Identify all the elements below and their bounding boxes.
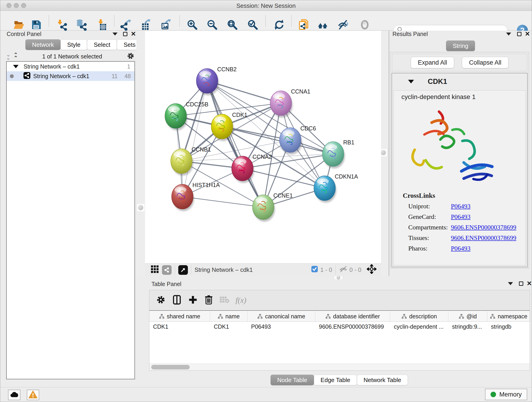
network-node[interactable]: CDC6 — [279, 125, 316, 154]
table-panel-menu-icon[interactable] — [507, 280, 514, 287]
table-cell[interactable]: stringdb:9... — [448, 322, 487, 332]
crosslink-link[interactable]: P06493 — [451, 245, 471, 252]
grid-view-icon[interactable] — [151, 265, 159, 275]
table-scrollbar-thumb[interactable] — [151, 365, 190, 370]
network-node[interactable]: CDKN1A — [314, 173, 358, 203]
tab-string[interactable]: String — [446, 41, 475, 51]
open-session-button[interactable] — [13, 19, 25, 31]
delete-table-icon[interactable] — [220, 296, 230, 305]
delete-column-trash-icon[interactable] — [204, 295, 214, 306]
export-table-button[interactable] — [140, 19, 152, 31]
open-in-viewer-icon[interactable] — [178, 265, 188, 275]
expand-all-button[interactable]: Expand All — [411, 57, 454, 68]
warning-status-button[interactable] — [27, 390, 39, 400]
network-share-icon[interactable] — [162, 265, 172, 275]
import-table-button[interactable] — [95, 19, 107, 31]
network-node[interactable]: CCNB1 — [171, 146, 211, 176]
network-options-gear-icon[interactable] — [127, 52, 135, 61]
network-edge[interactable] — [207, 81, 263, 207]
table-panel-float-icon[interactable] — [518, 280, 525, 287]
export-image-button[interactable] — [160, 19, 172, 31]
gene-section-header[interactable]: CDK1 — [392, 73, 527, 90]
zoom-out-button[interactable] — [206, 19, 218, 31]
first-neighbors-button[interactable] — [317, 19, 329, 31]
tab-style[interactable]: Style — [60, 39, 87, 50]
table-cell[interactable]: cyclin-dependent ... — [390, 322, 448, 332]
network-view-title: String Network – cdk1 — [195, 266, 253, 274]
table-panel-close-icon[interactable]: ✕ — [526, 280, 532, 287]
table-cell[interactable]: stringdb — [487, 322, 530, 332]
table-settings-gear-icon[interactable] — [156, 295, 166, 306]
network-collection-row[interactable]: String Network – cdk1 1 — [7, 62, 134, 71]
collection-expand-icon[interactable] — [13, 65, 19, 68]
table-horizontal-scrollbar[interactable] — [149, 364, 530, 370]
left-splitter-handle[interactable] — [136, 203, 145, 212]
results-panel-menu-icon[interactable] — [505, 31, 512, 37]
duplicate-network-button[interactable] — [298, 19, 310, 31]
import-network-button[interactable] — [56, 19, 68, 31]
column-header[interactable]: @id — [448, 311, 487, 322]
table-cell[interactable]: 9606.ENSP00000378699 — [315, 322, 390, 332]
crosslink-link[interactable]: 9606.ENSP00000378699 — [451, 234, 516, 242]
show-columns-icon[interactable] — [172, 295, 182, 306]
tab-node-table[interactable]: Node Table — [271, 375, 314, 385]
crosslink-link[interactable]: 9606.ENSP00000378699 — [451, 224, 516, 231]
zoom-fit-button[interactable] — [226, 19, 238, 31]
pan-move-icon[interactable] — [367, 264, 376, 275]
cloud-status-button[interactable] — [8, 390, 20, 400]
column-header[interactable]: namespace — [487, 311, 530, 322]
network-node[interactable]: HIST1H1A — [172, 182, 220, 211]
network-edge[interactable] — [182, 197, 263, 207]
table-cell[interactable]: CDK1 — [210, 322, 247, 332]
control-panel-float-icon[interactable] — [122, 31, 128, 37]
table-cell[interactable]: CDK1 — [149, 322, 210, 332]
network-row[interactable]: String Network – cdk1 11 48 — [7, 71, 134, 81]
crosslink-link[interactable]: P06493 — [451, 203, 471, 210]
tab-edge-table[interactable]: Edge Table — [314, 375, 357, 385]
tab-select[interactable]: Select — [87, 39, 117, 50]
memory-button[interactable]: Memory — [485, 389, 527, 400]
selected-checkbox-icon[interactable] — [311, 266, 318, 274]
hidden-eye-icon[interactable] — [339, 266, 348, 274]
add-column-icon[interactable] — [188, 295, 198, 306]
save-session-button[interactable] — [30, 19, 42, 31]
control-panel-menu-icon[interactable] — [112, 31, 119, 37]
network-node[interactable]: CDK1 — [211, 112, 247, 141]
collapse-all-networks-icon[interactable]: ⌄⌄ — [6, 53, 10, 60]
column-header[interactable]: shared name — [149, 311, 210, 322]
crosslink-label: Pharos: — [408, 245, 451, 252]
tab-network-table[interactable]: Network Table — [357, 375, 408, 385]
column-header[interactable]: description — [390, 311, 448, 322]
control-panel-close-icon[interactable]: ✕ — [130, 31, 137, 37]
zoom-selected-button[interactable] — [247, 19, 259, 31]
function-builder-icon[interactable]: f(x) — [235, 296, 246, 305]
network-node[interactable]: CDC25B — [165, 101, 209, 130]
export-network-button[interactable] — [120, 19, 132, 31]
first-neighbors-icon — [317, 19, 329, 31]
column-header[interactable]: name — [210, 311, 247, 322]
table-cell[interactable]: P06493 — [247, 322, 315, 332]
expand-all-networks-icon[interactable]: ⌃⌃ — [13, 53, 18, 60]
show-all-button[interactable] — [359, 19, 371, 31]
column-header[interactable]: database identifier — [315, 311, 390, 322]
node-label: RB1 — [343, 139, 355, 146]
hide-selected-button[interactable] — [337, 19, 349, 31]
network-node[interactable]: CCNA1 — [270, 88, 310, 118]
results-panel-close-icon[interactable]: ✕ — [524, 31, 531, 37]
tab-network[interactable]: Network — [25, 39, 60, 50]
collapse-all-button[interactable]: Collapse All — [462, 57, 508, 68]
zoom-in-button[interactable] — [186, 19, 198, 31]
left-splitter[interactable] — [136, 31, 145, 276]
gene-collapse-icon[interactable] — [408, 80, 414, 83]
network-node[interactable]: RB1 — [322, 139, 355, 168]
import-database-button[interactable] — [76, 19, 88, 31]
crosslink-link[interactable]: P06493 — [451, 213, 471, 220]
network-canvas[interactable]: CCNB2 CCNA1 CDC25B CDK1 CDC6 RB1 — [145, 31, 381, 263]
network-edge[interactable] — [182, 81, 207, 197]
collection-label: String Network – cdk1 — [24, 63, 80, 70]
results-panel-float-icon[interactable] — [516, 31, 523, 37]
network-node[interactable]: CCNB2 — [196, 66, 237, 95]
refresh-layout-button[interactable] — [273, 19, 285, 31]
network-node[interactable]: CCNE1 — [253, 192, 293, 222]
column-header[interactable]: canonical name — [247, 311, 315, 322]
